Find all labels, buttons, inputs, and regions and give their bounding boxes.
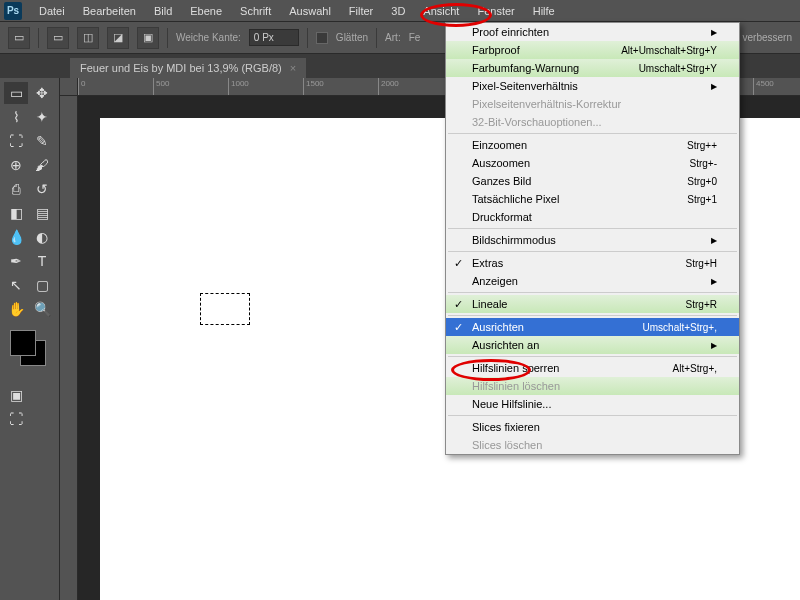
menu-item-bildschirmmodus[interactable]: Bildschirmmodus▶ [446,231,739,249]
blur-tool-icon[interactable]: 💧 [4,226,28,248]
menu-fenster[interactable]: Fenster [468,2,523,20]
menu-shortcut: Strg+0 [687,176,717,187]
menu-datei[interactable]: Datei [30,2,74,20]
menu-item-auszoomen[interactable]: AuszoomenStrg+- [446,154,739,172]
menu-shortcut: Umschalt+Strg+, [643,322,717,333]
menu-item-slices-l-schen: Slices löschen [446,436,739,454]
foreground-swatch[interactable] [10,330,36,356]
menu-item-tats-chliche-pixel[interactable]: Tatsächliche PixelStrg+1 [446,190,739,208]
menu-item-label: Slices löschen [472,439,542,451]
marquee-add-icon[interactable]: ◫ [77,27,99,49]
menu-item-label: Ausrichten [472,321,524,333]
menu-item-label: Slices fixieren [472,421,540,433]
zoom-tool-icon[interactable]: 🔍 [30,298,54,320]
menu-item-label: Anzeigen [472,275,518,287]
dodge-tool-icon[interactable]: ◐ [30,226,54,248]
menu-ebene[interactable]: Ebene [181,2,231,20]
marquee-tool-icon[interactable]: ▭ [4,82,28,104]
menu-item-label: Hilfslinien löschen [472,380,560,392]
menu-item-pixel-seitenverh-ltnis[interactable]: Pixel-Seitenverhältnis▶ [446,77,739,95]
menu-auswahl[interactable]: Auswahl [280,2,340,20]
pen-tool-icon[interactable]: ✒ [4,250,28,272]
gradient-tool-icon[interactable]: ▤ [30,202,54,224]
document-tab[interactable]: Feuer und Eis by MDI bei 13,9% (RGB/8) × [70,58,306,78]
fe-label: Fe [409,32,421,43]
heal-tool-icon[interactable]: ⊕ [4,154,28,176]
menu-hilfe[interactable]: Hilfe [524,2,564,20]
menu-item-label: Lineale [472,298,507,310]
menu-item-extras[interactable]: ✓ExtrasStrg+H [446,254,739,272]
menu-shortcut: Strg+R [686,299,717,310]
menu-bar: Ps DateiBearbeitenBildEbeneSchriftAuswah… [0,0,800,22]
eyedropper-tool-icon[interactable]: ✎ [30,130,54,152]
eraser-tool-icon[interactable]: ◧ [4,202,28,224]
menu-3d[interactable]: 3D [382,2,414,20]
menu-item-label: Pixelseitenverhältnis-Korrektur [472,98,621,110]
menu-item-pixelseitenverh-ltnis-korrektur: Pixelseitenverhältnis-Korrektur [446,95,739,113]
feather-input[interactable] [249,29,299,46]
feather-label: Weiche Kante: [176,32,241,43]
submenu-arrow-icon: ▶ [711,236,717,245]
menu-bearbeiten[interactable]: Bearbeiten [74,2,145,20]
stamp-tool-icon[interactable]: ⎙ [4,178,28,200]
brush-tool-icon[interactable]: 🖌 [30,154,54,176]
ruler-origin[interactable] [60,78,78,96]
move-tool-icon[interactable]: ✥ [30,82,54,104]
menu-item-ausrichten[interactable]: ✓AusrichtenUmschalt+Strg+, [446,318,739,336]
menu-schrift[interactable]: Schrift [231,2,280,20]
style-label: Art: [385,32,401,43]
ruler-tick: 1000 [228,78,303,96]
menu-item-ganzes-bild[interactable]: Ganzes BildStrg+0 [446,172,739,190]
menu-item-label: Auszoomen [472,157,530,169]
ruler-tick: 4500 [753,78,800,96]
menu-item-label: Pixel-Seitenverhältnis [472,80,578,92]
menu-ansicht[interactable]: Ansicht [414,2,468,20]
menu-shortcut: Alt+Umschalt+Strg+Y [621,45,717,56]
menu-item-label: Farbumfang-Warnung [472,62,579,74]
vertical-ruler[interactable] [60,96,78,600]
shape-tool-icon[interactable]: ▢ [30,274,54,296]
marquee-rect-icon[interactable]: ▭ [47,27,69,49]
antialias-checkbox[interactable] [316,32,328,44]
crop-tool-icon[interactable]: ⛶ [4,130,28,152]
menu-shortcut: Strg+H [686,258,717,269]
quickmask-icon[interactable]: ▣ [4,384,28,406]
path-tool-icon[interactable]: ↖ [4,274,28,296]
type-tool-icon[interactable]: T [30,250,54,272]
marquee-intersect-icon[interactable]: ▣ [137,27,159,49]
color-swatches[interactable] [10,330,50,370]
selection-marquee [200,293,250,325]
menu-item-label: Druckformat [472,211,532,223]
lasso-tool-icon[interactable]: ⌇ [4,106,28,128]
history-brush-icon[interactable]: ↺ [30,178,54,200]
menu-item-farbumfang-warnung[interactable]: Farbumfang-WarnungUmschalt+Strg+Y [446,59,739,77]
menu-item-druckformat[interactable]: Druckformat [446,208,739,226]
menu-separator [448,228,737,229]
hand-tool-icon[interactable]: ✋ [4,298,28,320]
menu-item-einzoomen[interactable]: EinzoomenStrg++ [446,136,739,154]
ruler-tick: 2000 [378,78,453,96]
menu-item-label: Einzoomen [472,139,527,151]
menu-item-neue-hilfslinie-[interactable]: Neue Hilfslinie... [446,395,739,413]
menu-item-farbproof[interactable]: FarbproofAlt+Umschalt+Strg+Y [446,41,739,59]
tool-preset-picker[interactable]: ▭ [8,27,30,49]
menu-item-ausrichten-an[interactable]: Ausrichten an▶ [446,336,739,354]
close-icon[interactable]: × [290,62,296,74]
menu-shortcut: Strg+- [689,158,717,169]
menu-item-slices-fixieren[interactable]: Slices fixieren [446,418,739,436]
menu-item-label: 32-Bit-Vorschauoptionen... [472,116,602,128]
menu-filter[interactable]: Filter [340,2,382,20]
wand-tool-icon[interactable]: ✦ [30,106,54,128]
menu-item-label: Ganzes Bild [472,175,531,187]
screenmode-icon[interactable]: ⛶ [4,408,28,430]
menu-item-lineale[interactable]: ✓LinealeStrg+R [446,295,739,313]
menu-item-anzeigen[interactable]: Anzeigen▶ [446,272,739,290]
menu-item-proof-einrichten[interactable]: Proof einrichten▶ [446,23,739,41]
menu-shortcut: Umschalt+Strg+Y [639,63,717,74]
ruler-tick: 500 [153,78,228,96]
menu-bild[interactable]: Bild [145,2,181,20]
marquee-sub-icon[interactable]: ◪ [107,27,129,49]
submenu-arrow-icon: ▶ [711,82,717,91]
menu-item-32-bit-vorschauoptionen-: 32-Bit-Vorschauoptionen... [446,113,739,131]
menu-item-hilfslinien-sperren[interactable]: Hilfslinien sperrenAlt+Strg+, [446,359,739,377]
